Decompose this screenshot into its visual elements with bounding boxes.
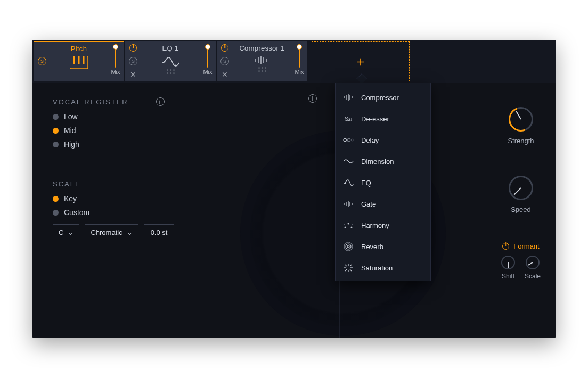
power-icon[interactable] xyxy=(221,44,228,52)
svg-point-25 xyxy=(348,223,349,225)
module-slot-eq[interactable]: S ✕ EQ 1 Mix xyxy=(125,41,216,81)
svg-line-37 xyxy=(345,265,347,266)
svg-point-18 xyxy=(351,139,353,141)
drag-handle-icon[interactable] xyxy=(167,69,175,74)
add-module-button[interactable]: ＋ xyxy=(312,41,410,81)
radio-label: Low xyxy=(64,112,78,121)
svg-line-40 xyxy=(345,269,347,271)
harmony-icon xyxy=(343,220,354,231)
close-icon[interactable]: ✕ xyxy=(130,71,136,78)
section-label: VOCAL REGISTER xyxy=(53,98,128,106)
menu-item-harmony[interactable]: Harmony xyxy=(343,220,423,231)
menu-label: Harmony xyxy=(361,221,389,229)
plus-icon: ＋ xyxy=(354,52,368,71)
main-stage: i Compressor Ss↓ De-esser Delay xyxy=(192,83,486,338)
knob-label: Shift xyxy=(502,273,514,280)
offset-field[interactable]: 0.0 st xyxy=(144,224,175,240)
scale-knob[interactable] xyxy=(526,256,540,269)
menu-item-eq[interactable]: EQ xyxy=(343,177,423,188)
svg-point-19 xyxy=(345,183,346,184)
module-slot-compressor[interactable]: S ✕ Compressor 1 Mix xyxy=(217,41,307,81)
knob-label: Strength xyxy=(508,137,534,145)
sidebar: VOCAL REGISTER i Low Mid High SCALE Key … xyxy=(32,83,192,338)
svg-line-38 xyxy=(350,269,352,271)
speed-knob[interactable] xyxy=(509,176,533,200)
mix-label: Mix xyxy=(295,69,304,75)
module-title: EQ 1 xyxy=(162,44,179,52)
menu-label: De-esser xyxy=(361,115,389,123)
svg-line-39 xyxy=(350,265,352,266)
section-label: SCALE xyxy=(53,180,81,188)
module-slot-pitch[interactable]: S Pitch Mix xyxy=(34,41,124,81)
info-icon[interactable]: i xyxy=(156,97,165,106)
svg-point-27 xyxy=(351,227,353,228)
shift-knob[interactable] xyxy=(501,256,515,269)
menu-item-deesser[interactable]: Ss↓ De-esser xyxy=(343,113,423,124)
mode-value: Chromatic xyxy=(91,228,122,236)
module-title: Compressor 1 xyxy=(239,44,284,52)
module-title: Pitch xyxy=(71,45,87,53)
scale-option-key[interactable]: Key xyxy=(53,194,179,203)
app-window: S Pitch Mix S ✕ EQ 1 xyxy=(32,40,556,338)
svg-point-17 xyxy=(347,138,350,141)
info-icon[interactable]: i xyxy=(308,94,317,103)
delay-icon xyxy=(343,135,354,145)
editor-body: VOCAL REGISTER i Low Mid High SCALE Key … xyxy=(32,83,556,338)
solo-icon[interactable]: S xyxy=(129,57,137,65)
scale-option-custom[interactable]: Custom xyxy=(53,208,179,217)
gate-icon xyxy=(343,199,354,209)
eq-curve-icon xyxy=(161,55,179,67)
right-panel: Strength Speed Formant Shift xyxy=(486,83,556,338)
menu-item-dimension[interactable]: Dimension xyxy=(343,156,423,167)
strength-knob[interactable] xyxy=(509,107,533,132)
svg-point-16 xyxy=(344,138,346,141)
reverb-icon xyxy=(343,241,354,252)
svg-point-26 xyxy=(345,227,346,228)
register-radio-group: Low Mid High xyxy=(53,112,179,149)
svg-point-31 xyxy=(346,244,351,249)
svg-point-28 xyxy=(344,224,345,225)
register-section-title: VOCAL REGISTER i xyxy=(53,97,165,106)
menu-item-gate[interactable]: Gate xyxy=(343,199,423,209)
scale-radio-group: Key Custom xyxy=(53,194,179,217)
radio-label: Key xyxy=(64,194,77,203)
mode-select[interactable]: Chromatic⌄ xyxy=(85,224,138,240)
drag-handle-icon[interactable] xyxy=(258,67,266,72)
module-track: S Pitch Mix S ✕ EQ 1 xyxy=(32,40,556,83)
power-icon[interactable] xyxy=(502,243,509,250)
compressor-icon xyxy=(343,92,354,103)
register-option-low[interactable]: Low xyxy=(53,112,179,121)
radio-label: Mid xyxy=(64,126,76,135)
close-icon[interactable]: ✕ xyxy=(222,71,228,78)
svg-point-4 xyxy=(164,61,165,62)
svg-point-5 xyxy=(175,64,176,66)
key-select[interactable]: C⌄ xyxy=(53,224,79,240)
power-icon[interactable] xyxy=(129,44,137,52)
register-option-mid[interactable]: Mid xyxy=(53,126,179,135)
offset-value: 0.0 st xyxy=(151,228,168,236)
menu-item-delay[interactable]: Delay xyxy=(343,135,423,145)
mix-slider[interactable] xyxy=(296,45,303,68)
svg-point-30 xyxy=(347,245,349,248)
add-module-menu: Compressor Ss↓ De-esser Delay Dimension … xyxy=(335,83,431,281)
menu-label: Reverb xyxy=(361,243,383,251)
solo-icon[interactable]: S xyxy=(38,57,46,65)
register-option-high[interactable]: High xyxy=(53,140,179,149)
mix-label: Mix xyxy=(203,69,212,75)
menu-item-reverb[interactable]: Reverb xyxy=(343,241,423,252)
menu-label: Dimension xyxy=(361,158,394,166)
mix-slider[interactable] xyxy=(205,45,211,68)
scale-section-title: SCALE xyxy=(53,180,165,188)
svg-point-29 xyxy=(352,224,353,225)
knob-label: Scale xyxy=(525,273,541,280)
compressor-bars-icon xyxy=(254,55,270,65)
saturation-icon xyxy=(343,262,354,273)
menu-label: Compressor xyxy=(361,94,399,102)
menu-item-compressor[interactable]: Compressor xyxy=(343,92,423,103)
mix-slider[interactable] xyxy=(112,45,119,68)
solo-icon[interactable]: S xyxy=(220,57,229,65)
knob-label: Speed xyxy=(511,206,531,213)
deesser-icon: Ss↓ xyxy=(343,113,354,124)
key-value: C xyxy=(59,228,63,236)
menu-item-saturation[interactable]: Saturation xyxy=(343,262,423,273)
